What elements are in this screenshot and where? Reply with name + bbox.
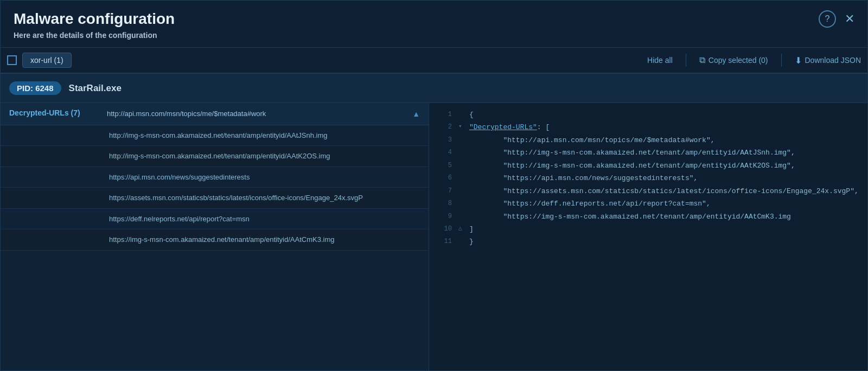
url-list: http://img-s-msn-com.akamaized.net/tenan… <box>1 125 429 251</box>
line-number: 11 <box>435 236 452 247</box>
table-row: 7 "https://assets.msn.com/staticsb/stati… <box>429 185 867 197</box>
json-panel: 1{2▾"Decrypted-URLs": [3 "http://api.msn… <box>429 103 867 370</box>
json-line-text: "https://img-s-msn-com.akamaized.net/ten… <box>469 211 791 222</box>
url-text: http://img-s-msn-com.akamaized.net/tenan… <box>109 130 327 141</box>
content-area: Decrypted-URLs (7) http://api.msn.com/ms… <box>1 103 867 370</box>
copy-selected-label: Copy selected (0) <box>709 56 768 65</box>
left-panel: Decrypted-URLs (7) http://api.msn.com/ms… <box>1 103 429 370</box>
section-header: Decrypted-URLs (7) http://api.msn.com/ms… <box>1 103 429 125</box>
table-row: 8 "https://deff.nelreports.net/api/repor… <box>429 197 867 210</box>
toolbar-separator <box>686 54 686 67</box>
tab-xor-url[interactable]: xor-url (1) <box>22 53 72 68</box>
dialog-title: Malware configuration <box>14 10 854 28</box>
json-line-text: "https://deff.nelreports.net/api/report?… <box>469 198 711 209</box>
table-row: 4 "http://img-s-msn-com.akamaized.net/te… <box>429 146 867 159</box>
line-number: 7 <box>435 186 452 197</box>
table-row: 2▾"Decrypted-URLs": [ <box>429 121 867 133</box>
list-item: https://img-s-msn-com.akamaized.net/tena… <box>1 229 429 251</box>
json-line-text: "http://img-s-msn-com.akamaized.net/tena… <box>469 147 795 158</box>
hide-all-button[interactable]: Hide all <box>647 56 673 65</box>
line-number: 1 <box>435 109 452 120</box>
dialog-subtitle: Here are the details of the configuratio… <box>14 31 854 40</box>
url-text: https://api.msn.com/news/suggestedintere… <box>109 172 250 183</box>
download-json-label: Download JSON <box>805 56 861 65</box>
json-line-text: "https://assets.msn.com/staticsb/statics… <box>469 186 859 197</box>
json-line-text: "https://api.msn.com/news/suggestedinter… <box>469 172 698 184</box>
copy-selected-button[interactable]: ⧉ Copy selected (0) <box>699 55 768 65</box>
json-line-text: "http://img-s-msn-com.akamaized.net/tena… <box>469 160 795 171</box>
dialog-header: Malware configuration Here are the detai… <box>1 1 867 48</box>
list-item: https://deff.nelreports.net/api/report?c… <box>1 209 429 230</box>
list-item: http://img-s-msn-com.akamaized.net/tenan… <box>1 146 429 167</box>
tab-checkbox[interactable] <box>7 55 17 65</box>
header-icons: ? ✕ <box>819 10 854 28</box>
line-number: 6 <box>435 172 452 184</box>
line-number: 5 <box>435 160 452 171</box>
line-number: 4 <box>435 147 452 158</box>
url-text: https://deff.nelreports.net/api/report?c… <box>109 214 250 225</box>
list-item: https://assets.msn.com/staticsb/statics/… <box>1 188 429 209</box>
table-row: 6 "https://api.msn.com/news/suggestedint… <box>429 172 867 184</box>
section-label: Decrypted-URLs (7) <box>9 108 107 117</box>
close-icon: ✕ <box>845 12 854 25</box>
toolbar-separator-2 <box>781 54 782 67</box>
table-row: 11} <box>429 235 867 248</box>
table-row: 10△] <box>429 223 867 235</box>
line-number: 8 <box>435 198 452 209</box>
json-line-text: "Decrypted-URLs": [ <box>469 121 550 133</box>
pid-row: PID: 6248 StarRail.exe <box>1 74 867 103</box>
malware-config-dialog: Malware configuration Here are the detai… <box>0 0 868 371</box>
json-content: 1{2▾"Decrypted-URLs": [3 "http://api.msn… <box>429 103 867 254</box>
copy-icon: ⧉ <box>699 55 705 65</box>
json-line-text: } <box>469 236 474 247</box>
json-line-text: ] <box>469 223 474 235</box>
toolbar-right: Hide all ⧉ Copy selected (0) ⬇ Download … <box>647 54 861 67</box>
fold-icon[interactable]: ▾ <box>458 121 467 131</box>
url-text: https://img-s-msn-com.akamaized.net/tena… <box>109 234 334 245</box>
fold-icon[interactable]: △ <box>458 223 467 233</box>
process-name: StarRail.exe <box>69 83 122 94</box>
list-item: https://api.msn.com/news/suggestedintere… <box>1 167 429 188</box>
url-text: http://img-s-msn-com.akamaized.net/tenan… <box>109 151 330 162</box>
table-row: 1{ <box>429 108 867 121</box>
url-text: https://assets.msn.com/staticsb/statics/… <box>109 193 363 203</box>
line-number: 9 <box>435 211 452 222</box>
download-json-button[interactable]: ⬇ Download JSON <box>795 55 861 66</box>
toolbar: xor-url (1) Hide all ⧉ Copy selected (0)… <box>1 48 867 74</box>
help-icon: ? <box>825 14 830 24</box>
section-arrow-icon: ▲ <box>412 110 420 118</box>
table-row: 9 "https://img-s-msn-com.akamaized.net/t… <box>429 210 867 223</box>
download-icon: ⬇ <box>795 55 802 66</box>
table-row: 3 "http://api.msn.com/msn/topics/me/$met… <box>429 134 867 146</box>
json-line-text: "http://api.msn.com/msn/topics/me/$metad… <box>469 135 715 146</box>
line-number: 3 <box>435 135 452 146</box>
table-row: 5 "http://img-s-msn-com.akamaized.net/te… <box>429 159 867 172</box>
pid-badge: PID: 6248 <box>9 81 61 95</box>
line-number: 10 <box>435 223 452 235</box>
close-button[interactable]: ✕ <box>845 13 854 25</box>
line-number: 2 <box>435 121 452 133</box>
help-button[interactable]: ? <box>819 10 836 28</box>
list-item: http://img-s-msn-com.akamaized.net/tenan… <box>1 125 429 146</box>
json-line-text: { <box>469 109 474 120</box>
first-url-value: http://api.msn.com/msn/topics/me/$metada… <box>107 108 412 119</box>
